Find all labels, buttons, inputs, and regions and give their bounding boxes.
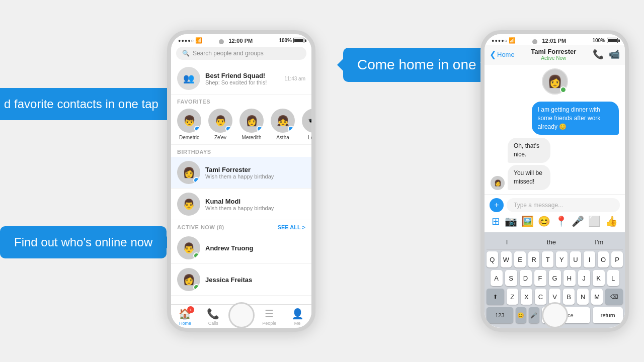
- active-dot-andrew: [193, 252, 200, 259]
- image-icon[interactable]: 🖼️: [521, 215, 534, 227]
- key-f[interactable]: F: [534, 270, 546, 286]
- conv-item-best-friend[interactable]: 👥 Best Friend Squad! Shep: So excited fo…: [171, 63, 311, 95]
- people-icon: ☰: [265, 308, 274, 320]
- key-mic[interactable]: 🎤: [529, 307, 539, 323]
- key-o[interactable]: O: [598, 251, 609, 267]
- key-backspace[interactable]: ⌫: [605, 289, 623, 305]
- battery-icon-1: [293, 38, 304, 43]
- key-b[interactable]: B: [563, 289, 575, 305]
- fav-item-louis[interactable]: 🕶️ Louis: [302, 109, 311, 140]
- birthday-item-tami[interactable]: 👩 Tami Forrester Wish them a happy birth…: [171, 157, 311, 189]
- key-p[interactable]: P: [611, 251, 623, 267]
- tab-home[interactable]: 🏠 1 Home: [171, 305, 199, 328]
- pred-word-1[interactable]: I: [506, 238, 508, 246]
- fav-item-demetric[interactable]: 👦 Demetric: [177, 109, 201, 140]
- fav-name-zeev: Ze'ev: [214, 135, 226, 140]
- phone-home-btn-1[interactable]: [228, 302, 255, 328]
- msg-row-in-1: 👩 Oh, that's nice. You will be missed!: [491, 138, 619, 190]
- search-placeholder: Search people and groups: [193, 50, 264, 57]
- phone-home-btn-2[interactable]: [542, 302, 568, 328]
- key-r[interactable]: R: [528, 251, 540, 267]
- msg-bubble-in-2: You will be missed!: [508, 165, 550, 190]
- key-j[interactable]: J: [578, 270, 590, 286]
- plus-icon[interactable]: +: [490, 198, 504, 212]
- apps-icon[interactable]: ⊞: [492, 215, 500, 227]
- key-k[interactable]: K: [593, 270, 605, 286]
- key-123[interactable]: 123: [487, 307, 513, 323]
- msg-row-out-1: I am getting dinner with some friends af…: [491, 102, 619, 135]
- phone-camera-2: [532, 39, 537, 44]
- audio-icon[interactable]: 🎤: [572, 215, 584, 227]
- more-icon[interactable]: ⬜: [588, 215, 601, 227]
- active-item-jessica[interactable]: 👩 Jessica Freitas: [171, 264, 311, 296]
- conv-sub: Shep: So excited for this!: [205, 79, 279, 85]
- fav-item-meredith[interactable]: 👩 Meredith: [239, 109, 264, 140]
- key-emoji[interactable]: 😊: [516, 307, 526, 323]
- key-q[interactable]: Q: [487, 251, 498, 267]
- key-c[interactable]: C: [535, 289, 546, 305]
- key-w[interactable]: W: [501, 251, 512, 267]
- pred-word-3[interactable]: I'm: [595, 238, 603, 246]
- conv-name: Best Friend Squad!: [205, 72, 279, 79]
- key-return[interactable]: return: [593, 307, 623, 323]
- tab-people[interactable]: ☰ People: [255, 305, 283, 328]
- birthday-item-kunal[interactable]: 👨 Kunal Modi Wish them a happy birthday: [171, 189, 311, 220]
- back-button[interactable]: ❮ Home: [490, 50, 515, 59]
- location-icon[interactable]: 📍: [555, 215, 568, 227]
- birthday-online-tami: [193, 177, 200, 184]
- key-h[interactable]: H: [564, 270, 576, 286]
- key-t[interactable]: T: [542, 251, 553, 267]
- time-2: 12:01 PM: [542, 38, 566, 44]
- key-s[interactable]: S: [505, 270, 517, 286]
- chat-input[interactable]: Type a message...: [507, 198, 620, 212]
- wifi-icon-2: 📶: [509, 37, 516, 44]
- fav-avatar-zeev: 👨: [208, 109, 232, 133]
- tab-badge-home: 1: [187, 306, 194, 313]
- back-label: Home: [497, 51, 515, 58]
- tab-label-people: People: [262, 321, 276, 326]
- key-n[interactable]: N: [577, 289, 589, 305]
- key-e[interactable]: E: [514, 251, 526, 267]
- tab-me[interactable]: 👤 Me: [283, 305, 311, 328]
- active-avatar-jessica: 👩: [177, 268, 200, 291]
- chat-avatar-row: 👩: [485, 64, 625, 97]
- search-bar[interactable]: 🔍 Search people and groups: [176, 47, 306, 60]
- tab-calls[interactable]: 📞 Calls: [199, 305, 227, 328]
- see-all-link[interactable]: SEE ALL >: [278, 224, 305, 230]
- fav-name-meredith: Meredith: [242, 135, 262, 140]
- camera-icon[interactable]: 📷: [505, 215, 517, 227]
- birthday-name-tami: Tami Forrester: [205, 166, 305, 173]
- tab-label-calls: Calls: [208, 321, 218, 326]
- key-l[interactable]: L: [607, 270, 619, 286]
- key-z[interactable]: Z: [507, 289, 518, 305]
- fav-name-demetric: Demetric: [179, 135, 199, 140]
- key-shift[interactable]: ⬆: [487, 289, 504, 305]
- online-dot-demetric: [194, 126, 200, 132]
- key-m[interactable]: M: [591, 289, 603, 305]
- pred-word-2[interactable]: the: [547, 238, 556, 246]
- key-u[interactable]: U: [570, 251, 582, 267]
- active-item-andrew[interactable]: 👨 Andrew Truong: [171, 232, 311, 264]
- time-1: 12:00 PM: [228, 38, 253, 44]
- video-call-icon[interactable]: 📹: [609, 49, 620, 60]
- phone-call-icon[interactable]: 📞: [593, 49, 604, 60]
- msg-bubble-in-1: Oh, that's nice.: [508, 138, 550, 163]
- key-y[interactable]: Y: [556, 251, 568, 267]
- active-name-jessica: Jessica Freitas: [205, 276, 252, 284]
- chat-input-area: + Type a message... ⊞ 📷 🖼️ 😊 📍 🎤 ⬜ 👍: [485, 195, 625, 232]
- emoji-icon[interactable]: 😊: [538, 215, 550, 227]
- search-icon: 🔍: [182, 50, 190, 57]
- key-x[interactable]: X: [521, 289, 532, 305]
- key-d[interactable]: D: [520, 270, 532, 286]
- key-g[interactable]: G: [549, 270, 561, 286]
- fav-item-zeev[interactable]: 👨 Ze'ev: [208, 109, 232, 140]
- battery-pct-1: 100%: [279, 38, 292, 43]
- fav-item-astha[interactable]: 👧 Astha: [271, 109, 295, 140]
- chat-contact-status: Active Now: [519, 55, 589, 61]
- like-icon[interactable]: 👍: [605, 215, 618, 227]
- fav-avatar-astha: 👧: [271, 109, 295, 133]
- key-a[interactable]: A: [491, 270, 503, 286]
- msg-group: Oh, that's nice. You will be missed!: [508, 138, 571, 190]
- key-i[interactable]: I: [584, 251, 595, 267]
- phone1: ●●●●○ 📶 12:00 PM 100% 🔍 Search people an…: [167, 30, 315, 332]
